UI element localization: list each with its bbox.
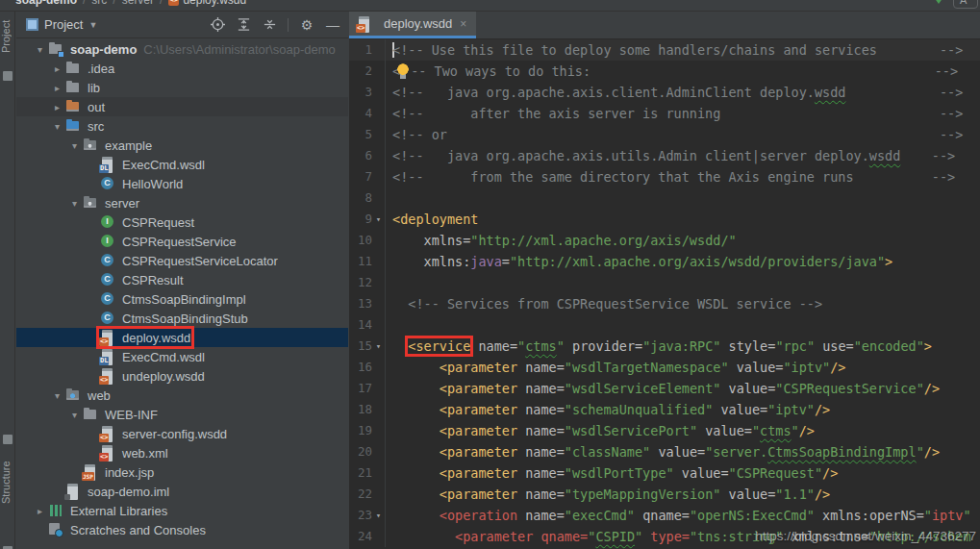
project-panel-title[interactable]: Project xyxy=(44,17,83,32)
tree-item-out[interactable]: ▸out xyxy=(16,97,348,116)
code-line-3[interactable]: 3<!-- java org.apache.axis.client.AdminC… xyxy=(349,82,980,103)
run-arrow-icon[interactable] xyxy=(934,0,943,4)
code-line-1[interactable]: 1<!-- Use this file to deploy some handl… xyxy=(349,39,980,61)
chevron-closed-icon[interactable]: ▸ xyxy=(49,63,65,74)
collapse-all-button[interactable] xyxy=(262,17,277,33)
run-configuration-button[interactable]: A xyxy=(953,0,978,9)
code-line-20[interactable]: 20 <parameter name="className" value="se… xyxy=(349,441,980,462)
tree-item-src[interactable]: ▾src xyxy=(16,116,348,136)
tree-item-web-inf[interactable]: ▾WEB-INF xyxy=(16,405,348,424)
chevron-closed-icon[interactable]: ▸ xyxy=(32,506,48,516)
tree-item-deploy-wsdd[interactable]: <>deploy.wsdd xyxy=(16,328,348,347)
code-line-14[interactable]: 14 xyxy=(349,314,980,336)
tree-item-example[interactable]: ▾example xyxy=(16,136,348,155)
code-line-5[interactable]: 5<!-- or --> xyxy=(349,124,980,145)
hide-panel-button[interactable]: — xyxy=(325,17,340,33)
tree-item-label: server-config.wsdd xyxy=(122,427,227,441)
code-line-16[interactable]: 16 <parameter name="wsdlTargetNamespace"… xyxy=(349,357,980,378)
code-line-21[interactable]: 21 <parameter name="wsdlPortType" value=… xyxy=(349,462,980,484)
tree-item-csprequest[interactable]: ICSPRequest xyxy=(16,212,348,232)
tree-item-soap-demo-iml[interactable]: soap-demo.iml xyxy=(16,482,348,501)
tree-item-index-jsp[interactable]: JSPindex.jsp xyxy=(16,462,348,482)
code-line-23[interactable]: 23▾ <operation name="execCmd" qname="ope… xyxy=(349,505,980,526)
chevron-open-icon[interactable]: ▾ xyxy=(66,140,83,151)
tree-item-soap-demo[interactable]: ▾soap-demoC:\Users\Administrator\soap-de… xyxy=(16,39,348,59)
code-text xyxy=(386,272,392,293)
code-line-6[interactable]: 6<!-- java org.apache.axis.utils.Admin c… xyxy=(349,145,980,166)
chevron-open-icon[interactable]: ▾ xyxy=(32,44,48,55)
code-editor[interactable]: 1<!-- Use this file to deploy some handl… xyxy=(349,39,980,549)
code-line-19[interactable]: 19 <parameter name="wsdlServicePort" val… xyxy=(349,420,980,441)
tree-item-external-libraries[interactable]: ▸External Libraries xyxy=(16,501,348,520)
code-line-15[interactable]: 15▾ <service name="ctms" provider="java:… xyxy=(349,336,980,357)
structure-tool-icon[interactable] xyxy=(3,435,13,444)
gutter-spacer xyxy=(372,272,386,293)
code-line-8[interactable]: 8 xyxy=(349,187,980,209)
locate-file-button[interactable] xyxy=(210,17,225,33)
chevron-open-icon[interactable]: ▾ xyxy=(49,121,65,132)
tree-item-ctmssoapbindingstub[interactable]: CCtmsSoapBindingStub xyxy=(16,309,348,328)
breadcrumb-src[interactable]: src xyxy=(91,0,107,7)
code-line-17[interactable]: 17 <parameter name="wsdlServiceElement" … xyxy=(349,378,980,399)
fold-marker-icon[interactable]: ▾ xyxy=(372,505,386,526)
code-segment: use= xyxy=(822,338,854,354)
tree-item-idea[interactable]: ▸.idea xyxy=(16,59,348,78)
settings-gear-icon[interactable]: ⚙ xyxy=(299,17,314,33)
code-segment: xmlns= xyxy=(424,233,471,248)
code-line-11[interactable]: 11 xmlns:java="http://xml.apache.org/axi… xyxy=(349,251,980,272)
code-line-2[interactable]: 2<-- Two ways to do this: --> xyxy=(349,61,980,82)
close-tab-icon[interactable]: × xyxy=(460,17,466,31)
code-line-7[interactable]: 7<!-- from the same directory that the A… xyxy=(349,166,980,187)
code-line-13[interactable]: 13 <!-- Services from CSPRequestService … xyxy=(349,293,980,314)
tab-deploy-wsdd[interactable]: <> deploy.wsdd × xyxy=(349,12,476,38)
gutter-spacer xyxy=(372,441,386,462)
breadcrumb-server[interactable]: server xyxy=(122,0,154,7)
gutter-spacer xyxy=(372,61,386,82)
tree-item-scratches-and-consoles[interactable]: Scratches and Consoles xyxy=(16,520,348,539)
chevron-open-icon[interactable]: ▾ xyxy=(66,198,83,209)
code-segment: name= xyxy=(525,465,565,481)
code-line-10[interactable]: 10 xmlns="http://xml.apache.org/axis/wsd… xyxy=(349,230,980,251)
tree-item-lib[interactable]: ▸lib xyxy=(16,78,348,97)
project-tool-icon[interactable] xyxy=(3,71,13,81)
folder-orange-icon xyxy=(65,99,81,114)
tree-item-ctmssoapbindingimpl[interactable]: CCtmsSoapBindingImpl xyxy=(16,289,348,309)
code-line-24[interactable]: 24 <parameter qname="CSPID" type="tns:st… xyxy=(349,526,980,547)
tree-item-execcmd-wsdl[interactable]: DLExecCmd.wsdl xyxy=(16,347,348,366)
gutter-spacer xyxy=(372,187,386,209)
expand-all-button[interactable] xyxy=(236,17,251,33)
tree-item-server[interactable]: ▾server xyxy=(16,193,348,212)
fold-marker-icon[interactable]: ▾ xyxy=(372,336,386,357)
chevron-open-icon[interactable]: ▾ xyxy=(49,390,65,401)
intention-bulb-icon[interactable] xyxy=(396,63,410,79)
code-line-22[interactable]: 22 <parameter name="typeMappingVersion" … xyxy=(349,484,980,505)
tool-button-structure[interactable]: Structure xyxy=(0,446,15,519)
code-segment: <!-- java org.apache.axis.client.AdminCl… xyxy=(392,85,815,100)
tree-item-web[interactable]: ▾web xyxy=(16,386,348,405)
tree-item-csprequestservice[interactable]: ICSPRequestService xyxy=(16,232,348,251)
chevron-open-icon[interactable]: ▾ xyxy=(66,410,83,420)
tree-item-undeploy-wsdd[interactable]: <>undeploy.wsdd xyxy=(16,366,348,386)
breadcrumb-file[interactable]: <> deploy.wsdd xyxy=(168,0,246,7)
tree-item-web-xml[interactable]: <>web.xml xyxy=(16,443,348,462)
tree-item-execcmd-wsdl[interactable]: DLExecCmd.wsdl xyxy=(16,155,348,174)
code-line-9[interactable]: 9▾<deployment xyxy=(349,209,980,230)
code-segment xyxy=(392,254,424,269)
breadcrumb-project[interactable]: soap-demo xyxy=(15,0,77,7)
tree-item-cspresult[interactable]: CCSPResult xyxy=(16,270,348,289)
tree-item-csprequestservicelocator[interactable]: CCSPRequestServiceLocator xyxy=(16,251,348,270)
code-line-12[interactable]: 12 xyxy=(349,272,980,293)
tree-item-server-config-wsdd[interactable]: <>server-config.wsdd xyxy=(16,424,348,443)
fold-marker-icon[interactable]: ▾ xyxy=(372,209,386,230)
code-line-4[interactable]: 4<!-- after the axis server is running -… xyxy=(349,103,980,124)
code-segment: /> xyxy=(822,465,838,481)
gutter-spacer xyxy=(372,399,386,420)
line-number: 14 xyxy=(349,314,372,336)
code-line-18[interactable]: 18 <parameter name="schemaUnqualified" v… xyxy=(349,399,980,420)
chevron-closed-icon[interactable]: ▸ xyxy=(49,83,65,93)
tree-item-helloworld[interactable]: CHelloWorld xyxy=(16,174,348,193)
chevron-closed-icon[interactable]: ▸ xyxy=(49,102,65,112)
chevron-down-icon[interactable]: ▼ xyxy=(88,20,97,30)
code-segment: " xyxy=(517,338,525,354)
tool-button-project[interactable]: Project xyxy=(0,6,15,67)
